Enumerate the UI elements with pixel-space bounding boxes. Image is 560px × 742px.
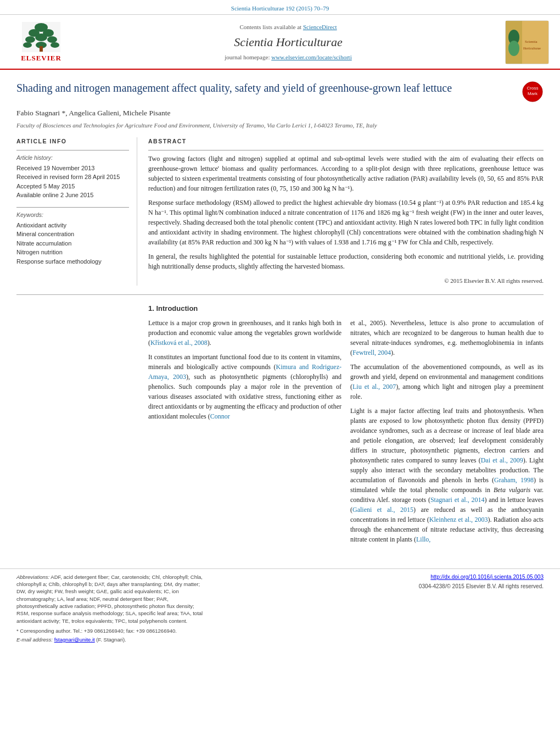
intro-col-right: et al., 2005). Nevertheless, lettuce is … bbox=[350, 318, 544, 549]
journal-header: ELSEVIER Contents lists available at Sci… bbox=[0, 15, 560, 70]
intro-p1: Lettuce is a major crop grown in greenho… bbox=[148, 318, 341, 348]
crossmark-badge-icon[interactable]: Cross Mark bbox=[522, 81, 544, 103]
corresponding-author-footnote: * Corresponding author. Tel.: +39 086126… bbox=[16, 627, 203, 634]
svg-text:Mark: Mark bbox=[528, 91, 538, 96]
doi-link[interactable]: http://dx.doi.org/10.1016/j.scienta.2015… bbox=[419, 573, 544, 581]
main-divider bbox=[16, 294, 544, 295]
article-title-section: Shading and nitrogen management affect q… bbox=[16, 81, 544, 103]
intro-left-col bbox=[16, 304, 137, 549]
email-link[interactable]: fstagnari@unite.it bbox=[54, 637, 95, 643]
copyright-line: © 2015 Elsevier B.V. All rights reserved… bbox=[148, 277, 544, 285]
ref-kimura[interactable]: Kimura and Rodriguez-Amaya, 2003 bbox=[148, 363, 341, 381]
intro-two-col: Lettuce is a major crop grown in greenho… bbox=[148, 318, 544, 549]
abstract-heading: ABSTRACT bbox=[148, 137, 544, 146]
ref-kristkova[interactable]: Křístková et al., 2008 bbox=[150, 339, 208, 347]
keyword-1: Antioxidant activity bbox=[16, 221, 129, 230]
keyword-5: Response surface methodology bbox=[16, 258, 129, 266]
ref-dai[interactable]: Dai et al., 2009 bbox=[481, 456, 523, 464]
footer-bar: Abbreviations: ADF, acid detergent fiber… bbox=[0, 568, 560, 650]
divider-2 bbox=[16, 207, 129, 208]
intro-right-p3: Light is a major factor affecting leaf t… bbox=[350, 406, 544, 544]
two-column-layout: ARTICLE INFO Article history: Received 1… bbox=[16, 137, 544, 285]
elsevier-brand-text: ELSEVIER bbox=[21, 53, 61, 63]
page-container: Scientia Horticulturae 192 (2015) 70–79 … bbox=[0, 0, 560, 649]
journal-volume-info: Scientia Horticulturae 192 (2015) 70–79 bbox=[231, 5, 329, 12]
keyword-3: Nitrate accumulation bbox=[16, 239, 129, 248]
introduction-section: 1. Introduction Lettuce is a major crop … bbox=[16, 304, 544, 549]
left-column: ARTICLE INFO Article history: Received 1… bbox=[16, 137, 137, 285]
elsevier-logo: ELSEVIER bbox=[11, 22, 71, 63]
revised-date: Received in revised form 28 April 2015 bbox=[16, 173, 129, 181]
svg-rect-10 bbox=[40, 46, 43, 52]
journal-title: Scientia Horticulturae bbox=[71, 34, 505, 51]
svg-text:Horticulturae: Horticulturae bbox=[523, 47, 541, 50]
svg-point-9 bbox=[51, 42, 59, 48]
elsevier-tree-icon bbox=[22, 22, 60, 52]
abstract-paragraph-1: Two growing factors (light and nitrogen)… bbox=[148, 154, 544, 271]
journal-center-info: Contents lists available at ScienceDirec… bbox=[71, 23, 505, 62]
available-date: Available online 2 June 2015 bbox=[16, 191, 129, 199]
ref-connor[interactable]: Connor bbox=[210, 412, 230, 420]
svg-point-5 bbox=[35, 34, 47, 41]
received-date: Received 19 November 2013 bbox=[16, 164, 129, 172]
keywords-label: Keywords: bbox=[16, 211, 129, 219]
intro-right-p1: et al., 2005). Nevertheless, lettuce is … bbox=[350, 318, 544, 358]
article-container: Shading and nitrogen management affect q… bbox=[0, 70, 560, 560]
divider-1 bbox=[16, 150, 129, 150]
svg-text:Scientia: Scientia bbox=[525, 40, 537, 44]
ref-lillo[interactable]: Lillo, bbox=[416, 535, 430, 543]
keyword-4: Nitrogen nutrition bbox=[16, 248, 129, 256]
ref-kleinhenz[interactable]: Kleinhenz et al., 2003 bbox=[429, 516, 488, 523]
svg-point-14 bbox=[508, 41, 519, 56]
article-affiliation: Faculty of Biosciences and Technologies … bbox=[16, 121, 544, 130]
right-column-abstract: ABSTRACT Two growing factors (light and … bbox=[148, 137, 544, 285]
accepted-date: Accepted 5 May 2015 bbox=[16, 182, 129, 191]
journal-logo-image: Scientia Horticulturae bbox=[505, 20, 549, 64]
ref-galieni[interactable]: Galieni et al., 2015 bbox=[352, 506, 413, 514]
svg-text:Cross: Cross bbox=[527, 86, 539, 91]
keywords-block: Keywords: Antioxidant activity Mineral c… bbox=[16, 211, 129, 266]
intro-p2: It constitutes an important functional f… bbox=[148, 352, 341, 421]
email-footnote: E-mail address: fstagnari@unite.it (F. S… bbox=[16, 636, 203, 643]
intro-col-left: Lettuce is a major crop grown in greenho… bbox=[148, 318, 341, 549]
intro-heading: 1. Introduction bbox=[148, 304, 544, 314]
footer-footnotes: Abbreviations: ADF, acid detergent fiber… bbox=[16, 573, 203, 645]
intro-right-col: 1. Introduction Lettuce is a major crop … bbox=[148, 304, 544, 549]
contents-line: Contents lists available at ScienceDirec… bbox=[71, 23, 505, 31]
intro-right-p2: The accumulation of the abovementioned c… bbox=[350, 362, 544, 401]
ref-stagnari[interactable]: Stagnari et al., 2014 bbox=[430, 496, 485, 504]
abbreviations-footnote: Abbreviations: ADF, acid detergent fiber… bbox=[16, 573, 203, 624]
article-authors: Fabio Stagnari *, Angelica Galieni, Mich… bbox=[16, 108, 544, 119]
issn-line: 0304-4238/© 2015 Elsevier B.V. All right… bbox=[419, 583, 544, 590]
article-info-heading: ARTICLE INFO bbox=[16, 137, 129, 146]
article-title: Shading and nitrogen management affect q… bbox=[16, 81, 513, 96]
svg-point-4 bbox=[25, 36, 35, 43]
homepage-line: journal homepage: www.elsevier.com/locat… bbox=[71, 53, 505, 62]
ref-liu[interactable]: Liu et al., 2007 bbox=[352, 383, 396, 390]
footer-doi-issn: http://dx.doi.org/10.1016/j.scienta.2015… bbox=[419, 573, 544, 590]
ref-graham[interactable]: Graham, 1998 bbox=[494, 476, 534, 484]
article-info-history: Article history: Received 19 November 20… bbox=[16, 154, 129, 199]
homepage-link[interactable]: www.elsevier.com/locate/scihorti bbox=[271, 54, 352, 60]
abstract-divider bbox=[148, 150, 544, 150]
sciencedirect-link[interactable]: ScienceDirect bbox=[303, 24, 337, 30]
keyword-2: Mineral concentration bbox=[16, 230, 129, 238]
svg-point-6 bbox=[47, 36, 57, 43]
journal-cover-icon: Scientia Horticulturae bbox=[506, 21, 548, 64]
journal-top-bar: Scientia Horticulturae 192 (2015) 70–79 bbox=[0, 0, 560, 15]
svg-point-7 bbox=[23, 42, 32, 48]
ref-fewtrell[interactable]: Fewtrell, 2004 bbox=[352, 349, 391, 356]
history-label: Article history: bbox=[16, 154, 129, 162]
